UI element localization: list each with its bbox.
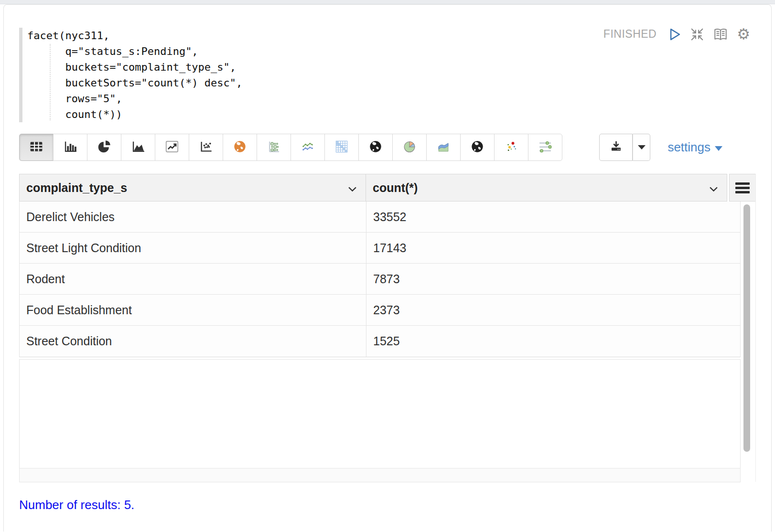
table-icon — [30, 140, 43, 155]
chart-btn-scatter-colored[interactable] — [494, 134, 528, 161]
table-row: Derelict Vehicles 33552 — [20, 202, 740, 233]
code-line: q="status_s:Pending", — [27, 45, 198, 57]
heatmap-icon — [335, 140, 348, 155]
grid-menu-button[interactable] — [729, 174, 756, 202]
range-sliders-icon — [538, 139, 552, 156]
area-chart-icon — [131, 140, 145, 155]
download-options-button[interactable] — [633, 134, 650, 161]
cell-complaint-type: Food Establishment — [20, 295, 366, 325]
chart-btn-scatter[interactable] — [189, 134, 223, 161]
indent-guide — [50, 44, 51, 120]
cell-count: 33552 — [366, 202, 740, 232]
stacked-area-chart-icon — [437, 140, 450, 155]
chart-btn-bar[interactable] — [53, 134, 87, 161]
settings-caret-icon — [715, 146, 722, 151]
chevron-down-icon[interactable] — [348, 181, 357, 195]
settings-label: settings — [667, 140, 710, 155]
cell-count: 17143 — [366, 233, 740, 263]
settings-link[interactable]: settings — [667, 140, 722, 155]
chart-btn-pie[interactable] — [87, 134, 121, 161]
vertical-scrollbar[interactable] — [743, 204, 750, 452]
result-table: complaint_type_s count(*) Derelict Vehic… — [19, 174, 756, 482]
code-editor[interactable]: facet(nyc311, q="status_s:Pending", buck… — [19, 28, 756, 122]
code-line: buckets="complaint_type_s", — [27, 61, 236, 73]
pie-chart-icon — [97, 140, 111, 155]
chart-btn-bubble-matrix[interactable] — [257, 134, 291, 161]
download-icon — [610, 140, 623, 155]
code-line: facet(nyc311, — [27, 30, 109, 42]
table-header-row: complaint_type_s count(*) — [19, 174, 756, 202]
code-line: rows="5", — [27, 93, 122, 105]
table-row: Food Establishment 2373 — [20, 295, 740, 326]
caret-down-icon — [638, 145, 646, 149]
chart-btn-stacked-area[interactable] — [426, 134, 461, 161]
cell-count: 7873 — [366, 264, 740, 294]
cell-complaint-type: Rodent — [20, 264, 366, 294]
scatter-plot-icon — [199, 140, 213, 155]
bar-chart-icon — [64, 140, 77, 155]
visualization-toolbar: settings — [19, 134, 756, 161]
editor-gutter-bar — [19, 28, 22, 122]
download-button-group — [599, 134, 650, 161]
scatter-colored-icon — [505, 140, 518, 155]
chart-btn-area[interactable] — [121, 134, 155, 161]
table-row: Rodent 7873 — [20, 264, 740, 295]
paragraph-panel: FINISHED ⚙ facet(nyc311, q="s — [3, 4, 772, 532]
column-header-complaint-type[interactable]: complaint_type_s — [19, 174, 366, 202]
world-map-orange-icon — [233, 140, 247, 155]
column-header-label: count(*) — [373, 181, 418, 195]
table-empty-area — [19, 359, 741, 468]
chart-btn-globe-2[interactable] — [460, 134, 495, 161]
table-right-border — [755, 174, 756, 482]
bubble-matrix-icon — [267, 140, 280, 155]
download-button[interactable] — [599, 134, 633, 161]
pie-chart-colored-icon — [403, 140, 416, 155]
table-row: Street Light Condition 17143 — [20, 233, 740, 264]
chart-btn-heatmap[interactable] — [324, 134, 359, 161]
line-chart-icon — [165, 140, 179, 155]
cell-complaint-type: Derelict Vehicles — [20, 202, 366, 232]
cell-count: 2373 — [366, 295, 740, 325]
table-body: Derelict Vehicles 33552 Street Light Con… — [19, 202, 741, 357]
code-line: bucketSorts="count(*) desc", — [27, 77, 242, 89]
globe-dark-icon — [471, 140, 484, 155]
cell-complaint-type: Street Light Condition — [20, 233, 366, 263]
table-footer-strip — [19, 468, 741, 482]
code-line: count(*)) — [27, 108, 122, 120]
cell-complaint-type: Street Condition — [20, 326, 366, 357]
chart-btn-pie-colored[interactable] — [392, 134, 427, 161]
chart-btn-table[interactable] — [19, 134, 54, 161]
column-header-count[interactable]: count(*) — [366, 174, 727, 202]
table-row: Street Condition 1525 — [20, 326, 740, 357]
chart-type-group — [19, 134, 562, 161]
cell-count: 1525 — [366, 326, 740, 357]
chart-btn-range-sliders[interactable] — [528, 134, 562, 161]
chart-btn-globe-1[interactable] — [358, 134, 393, 161]
paragraph-code: facet(nyc311, q="status_s:Pending", buck… — [27, 28, 242, 122]
hamburger-menu-icon — [735, 182, 750, 193]
chart-btn-multi-line[interactable] — [291, 134, 325, 161]
column-header-label: complaint_type_s — [26, 181, 127, 195]
page-top-strip — [0, 0, 775, 4]
results-count-text: Number of results: 5. — [19, 498, 756, 512]
chevron-down-icon[interactable] — [709, 181, 718, 195]
globe-dark-icon — [369, 140, 382, 155]
multi-line-chart-icon — [301, 140, 314, 155]
chart-btn-line[interactable] — [155, 134, 189, 161]
chart-btn-world-map[interactable] — [223, 134, 257, 161]
